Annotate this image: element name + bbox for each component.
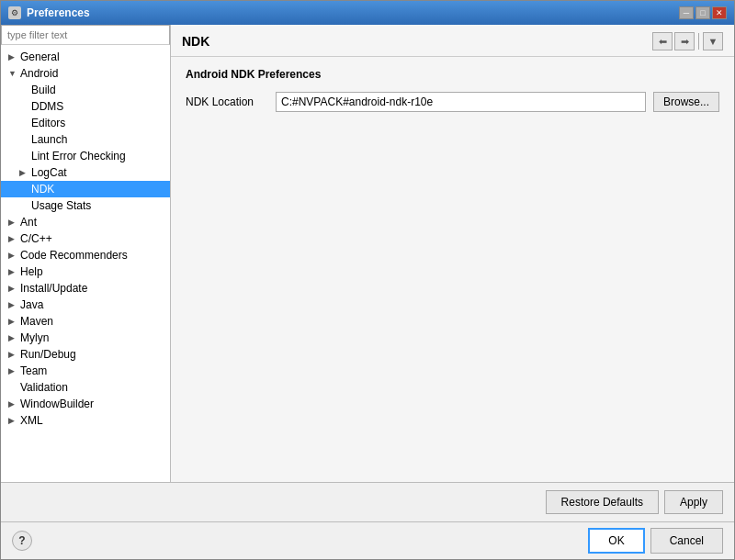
sidebar-label-help: Help bbox=[20, 265, 43, 278]
sidebar-label-validation: Validation bbox=[20, 381, 68, 394]
dropdown-button[interactable]: ▼ bbox=[703, 32, 723, 50]
nav-separator bbox=[698, 33, 699, 50]
sidebar-label-logcat: LogCat bbox=[31, 166, 67, 179]
sidebar-item-java[interactable]: ▶ Java bbox=[1, 297, 170, 313]
dialog-body: ▶ General ▼ Android Build DDMS bbox=[1, 25, 734, 559]
sidebar-label-ddms: DDMS bbox=[31, 100, 63, 113]
restore-defaults-button[interactable]: Restore Defaults bbox=[546, 490, 659, 514]
sidebar-label-xml: XML bbox=[20, 414, 43, 427]
sidebar: ▶ General ▼ Android Build DDMS bbox=[1, 25, 171, 482]
minimize-button[interactable]: ─ bbox=[679, 6, 694, 19]
expand-arrow-windowbuilder: ▶ bbox=[8, 399, 17, 409]
footer-right: OK Cancel bbox=[588, 528, 723, 554]
apply-button[interactable]: Apply bbox=[664, 490, 723, 514]
preferences-dialog: ⚙ Preferences ─ □ ✕ ▶ General bbox=[0, 0, 735, 560]
sidebar-label-cpp: C/C++ bbox=[20, 232, 52, 245]
sidebar-label-ndk: NDK bbox=[31, 183, 54, 196]
sidebar-label-launch: Launch bbox=[31, 133, 67, 146]
maximize-button[interactable]: □ bbox=[695, 6, 710, 19]
expand-arrow-logcat: ▶ bbox=[19, 168, 28, 177]
footer-bar: ? OK Cancel bbox=[1, 521, 734, 559]
nav-buttons: ⬅ ➡ ▼ bbox=[652, 32, 723, 50]
sidebar-item-android[interactable]: ▼ Android bbox=[1, 65, 170, 82]
sidebar-label-editors: Editors bbox=[31, 117, 65, 129]
sidebar-item-installupdate[interactable]: ▶ Install/Update bbox=[1, 280, 170, 297]
forward-button[interactable]: ➡ bbox=[674, 32, 695, 50]
sidebar-item-ddms[interactable]: DDMS bbox=[1, 98, 170, 115]
sidebar-label-rundebug: Run/Debug bbox=[20, 348, 76, 361]
expand-arrow-installupdate: ▶ bbox=[8, 284, 17, 293]
title-bar-left: ⚙ Preferences bbox=[8, 6, 90, 19]
sidebar-label-coderecommenders: Code Recommenders bbox=[20, 249, 128, 262]
content-header: NDK ⬅ ➡ ▼ bbox=[171, 25, 734, 57]
sidebar-item-launch[interactable]: Launch bbox=[1, 131, 170, 148]
content-area: NDK ⬅ ➡ ▼ Android NDK Preferences NDK Lo… bbox=[171, 25, 734, 482]
dialog-title: Preferences bbox=[27, 6, 90, 19]
sidebar-item-team[interactable]: ▶ Team bbox=[1, 363, 170, 379]
sidebar-label-build: Build bbox=[31, 84, 56, 96]
sidebar-item-lint[interactable]: Lint Error Checking bbox=[1, 148, 170, 164]
expand-arrow-coderecommenders: ▶ bbox=[8, 251, 17, 260]
back-button[interactable]: ⬅ bbox=[652, 32, 673, 50]
sidebar-item-ant[interactable]: ▶ Ant bbox=[1, 214, 170, 230]
expand-arrow-mylyn: ▶ bbox=[8, 333, 17, 342]
sidebar-label-java: Java bbox=[20, 298, 43, 311]
sidebar-label-installupdate: Install/Update bbox=[20, 282, 87, 295]
expand-arrow-rundebug: ▶ bbox=[8, 350, 17, 359]
tree-container: ▶ General ▼ Android Build DDMS bbox=[1, 45, 170, 482]
main-area: ▶ General ▼ Android Build DDMS bbox=[1, 25, 734, 482]
browse-button[interactable]: Browse... bbox=[653, 92, 719, 112]
close-button[interactable]: ✕ bbox=[712, 6, 727, 19]
title-buttons: ─ □ ✕ bbox=[679, 6, 727, 19]
expand-arrow-java: ▶ bbox=[8, 300, 17, 309]
filter-input[interactable] bbox=[1, 25, 170, 45]
sidebar-item-coderecommenders[interactable]: ▶ Code Recommenders bbox=[1, 247, 170, 263]
sidebar-label-android: Android bbox=[20, 67, 58, 80]
ndk-location-label: NDK Location bbox=[186, 95, 268, 108]
sidebar-item-ndk[interactable]: NDK bbox=[1, 181, 170, 197]
sidebar-item-help[interactable]: ▶ Help bbox=[1, 263, 170, 280]
sidebar-label-general: General bbox=[20, 50, 60, 63]
sidebar-item-rundebug[interactable]: ▶ Run/Debug bbox=[1, 346, 170, 363]
ndk-location-row: NDK Location Browse... bbox=[186, 92, 719, 112]
sidebar-item-mylyn[interactable]: ▶ Mylyn bbox=[1, 330, 170, 346]
sidebar-label-maven: Maven bbox=[20, 315, 53, 328]
content-title: NDK bbox=[182, 34, 209, 49]
sidebar-item-build[interactable]: Build bbox=[1, 82, 170, 98]
expand-arrow-cpp: ▶ bbox=[8, 234, 17, 243]
expand-arrow-team: ▶ bbox=[8, 366, 17, 375]
sidebar-label-ant: Ant bbox=[20, 216, 37, 229]
help-button[interactable]: ? bbox=[12, 531, 32, 551]
sidebar-label-usagestats: Usage Stats bbox=[31, 199, 91, 212]
expand-arrow-ant: ▶ bbox=[8, 218, 17, 227]
expand-arrow-general: ▶ bbox=[8, 52, 17, 62]
cancel-button[interactable]: Cancel bbox=[650, 528, 723, 554]
sidebar-item-usagestats[interactable]: Usage Stats bbox=[1, 197, 170, 214]
sidebar-label-lint: Lint Error Checking bbox=[31, 150, 126, 162]
sidebar-item-editors[interactable]: Editors bbox=[1, 115, 170, 131]
sidebar-item-validation[interactable]: Validation bbox=[1, 379, 170, 396]
ok-button[interactable]: OK bbox=[588, 528, 644, 554]
sidebar-item-windowbuilder[interactable]: ▶ WindowBuilder bbox=[1, 396, 170, 412]
content-body: Android NDK Preferences NDK Location Bro… bbox=[171, 57, 734, 482]
sidebar-item-logcat[interactable]: ▶ LogCat bbox=[1, 164, 170, 181]
sidebar-item-cpp[interactable]: ▶ C/C++ bbox=[1, 230, 170, 247]
dialog-icon: ⚙ bbox=[8, 6, 21, 19]
sidebar-label-team: Team bbox=[20, 364, 47, 377]
footer-left: ? bbox=[12, 531, 32, 551]
sidebar-label-windowbuilder: WindowBuilder bbox=[20, 398, 94, 410]
title-bar: ⚙ Preferences ─ □ ✕ bbox=[1, 1, 734, 25]
expand-arrow-maven: ▶ bbox=[8, 317, 17, 326]
sidebar-item-xml[interactable]: ▶ XML bbox=[1, 412, 170, 429]
sidebar-item-maven[interactable]: ▶ Maven bbox=[1, 313, 170, 330]
sidebar-label-mylyn: Mylyn bbox=[20, 331, 49, 344]
expand-arrow-xml: ▶ bbox=[8, 416, 17, 425]
bottom-bar: Restore Defaults Apply bbox=[1, 482, 734, 521]
expand-arrow-android: ▼ bbox=[8, 69, 17, 78]
ndk-location-input[interactable] bbox=[276, 92, 646, 112]
expand-arrow-help: ▶ bbox=[8, 267, 17, 276]
sidebar-item-general[interactable]: ▶ General bbox=[1, 49, 170, 65]
section-title: Android NDK Preferences bbox=[186, 68, 719, 81]
